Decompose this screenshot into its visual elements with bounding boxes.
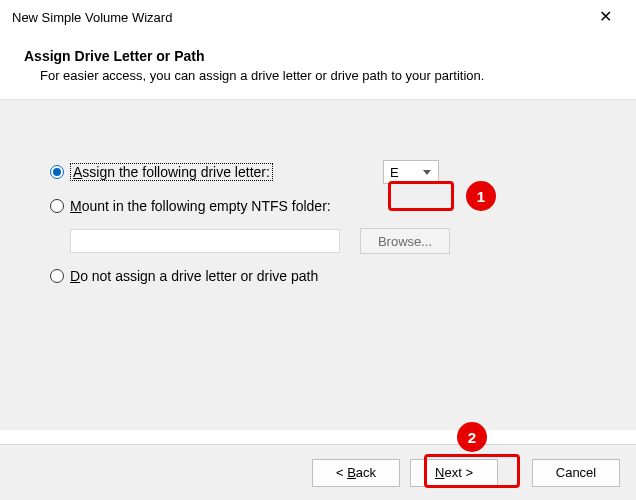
cancel-button[interactable]: Cancel [532,459,620,487]
option-no-assign-row: Do not assign a drive letter or drive pa… [50,268,596,284]
page-title: Assign Drive Letter or Path [24,48,612,64]
wizard-header: Assign Drive Letter or Path For easier a… [0,34,636,100]
title-bar: New Simple Volume Wizard ✕ [0,0,636,34]
browse-button: Browse... [360,228,450,254]
page-subtitle: For easier access, you can assign a driv… [24,68,612,83]
wizard-footer: < Back Next > Cancel [0,444,636,500]
radio-assign-letter[interactable] [50,165,64,179]
radio-no-assign[interactable] [50,269,64,283]
drive-letter-select[interactable]: E [383,160,439,184]
option-mount-folder-row: Mount in the following empty NTFS folder… [50,198,596,214]
wizard-body: Assign the following drive letter: E Mou… [0,100,636,430]
mount-folder-controls: Browse... [70,228,596,254]
option-assign-letter-row: Assign the following drive letter: E [50,160,596,184]
back-button[interactable]: < Back [312,459,400,487]
option-no-assign-label[interactable]: Do not assign a drive letter or drive pa… [70,268,318,284]
radio-mount-folder[interactable] [50,199,64,213]
close-icon[interactable]: ✕ [582,0,628,34]
window-title: New Simple Volume Wizard [12,10,582,25]
next-button[interactable]: Next > [410,459,498,487]
option-assign-letter-label[interactable]: Assign the following drive letter: [70,163,273,181]
mount-folder-input [70,229,340,253]
option-mount-folder-label[interactable]: Mount in the following empty NTFS folder… [70,198,331,214]
drive-letter-select-wrap: E [383,160,439,184]
